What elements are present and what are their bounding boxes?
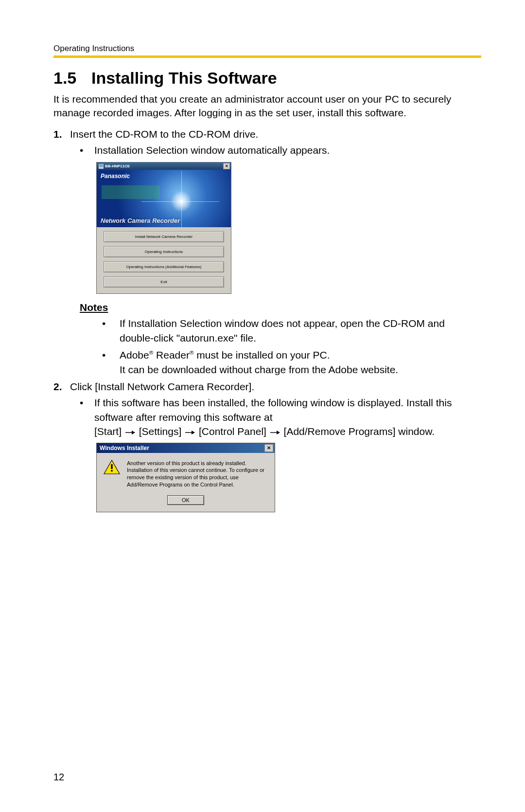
dialog-close-button[interactable]: ✕: [264, 444, 273, 452]
step-2: 2. Click [Install Network Camera Recorde…: [53, 379, 481, 394]
dialog-message: Another version of this product is alrea…: [127, 460, 268, 488]
step-2-text: Click [Install Network Camera Recorder].: [70, 379, 254, 394]
step-1-text: Insert the CD-ROM to the CD-ROM drive.: [70, 127, 258, 141]
svg-rect-9: [111, 464, 112, 469]
windows-installer-dialog: Windows Installer ✕ Another version of t…: [96, 443, 275, 512]
banner-title: Network Camera Recorder: [101, 217, 180, 224]
note-1: • If Installation Selection window does …: [102, 316, 481, 345]
manual-page: Operating Instructions 1.5Installing Thi…: [0, 0, 525, 812]
arrow-icon: [270, 424, 280, 438]
dialog-body: Another version of this product is alrea…: [97, 453, 275, 512]
note-1-text: If Installation Selection window does no…: [120, 316, 481, 345]
bullet-dot: •: [102, 348, 120, 377]
installer-banner: Panasonic Network Camera Recorder: [97, 170, 231, 227]
page-number: 12: [53, 772, 64, 783]
app-icon: [99, 164, 104, 169]
section-heading: 1.5Installing This Software: [53, 69, 481, 88]
dialog-titlebar: Windows Installer ✕: [97, 443, 275, 453]
step-2-marker: 2.: [53, 379, 70, 394]
installer-title: BB-HNP11CE: [105, 164, 130, 168]
section-number: 1.5: [53, 69, 91, 88]
installer-close-button[interactable]: ✕: [223, 163, 230, 169]
brand-logo: Panasonic: [101, 173, 130, 180]
dialog-title: Windows Installer: [100, 445, 149, 451]
op-instructions-button[interactable]: Operating Instructions: [104, 246, 224, 257]
op-instructions-add-button[interactable]: Operating Instructions (Additional Featu…: [104, 261, 224, 272]
step-1-sub-text: Installation Selection window automatica…: [94, 143, 330, 157]
step-2-sub: • If this software has been installed, t…: [80, 396, 481, 438]
installer-window: BB-HNP11CE ✕ Panasonic Network Camera Re…: [96, 162, 231, 294]
bullet-dot: •: [80, 396, 94, 438]
arrow-icon: [185, 424, 195, 438]
svg-rect-1: [99, 164, 103, 167]
exit-button[interactable]: Exit: [104, 276, 224, 288]
note-2-text: Adobe® Reader® must be installed on your…: [120, 348, 398, 377]
header-rule: [53, 55, 481, 58]
bullet-dot: •: [80, 143, 94, 157]
step-1-sub: • Installation Selection window automati…: [80, 143, 481, 157]
warning-icon: [104, 460, 120, 488]
installer-body: Install Network Camera Recorder Operatin…: [97, 227, 231, 293]
notes-heading: Notes: [80, 302, 481, 313]
dialog-ok-button[interactable]: OK: [167, 495, 204, 505]
step-1: 1. Insert the CD-ROM to the CD-ROM drive…: [53, 127, 481, 141]
intro-paragraph: It is recommended that you create an adm…: [53, 92, 481, 120]
svg-marker-3: [132, 431, 135, 434]
installer-titlebar: BB-HNP11CE ✕: [97, 162, 231, 170]
svg-marker-7: [277, 431, 280, 434]
bullet-dot: •: [102, 316, 120, 345]
step-1-marker: 1.: [53, 127, 70, 141]
svg-rect-10: [111, 470, 112, 471]
install-button[interactable]: Install Network Camera Recorder: [104, 231, 224, 242]
arrow-icon: [125, 424, 135, 438]
step-2-sub-text: If this software has been installed, the…: [94, 396, 481, 438]
svg-marker-5: [192, 431, 195, 434]
note-2: • Adobe® Reader® must be installed on yo…: [102, 348, 481, 377]
running-header: Operating Instructions: [53, 44, 481, 54]
section-title: Installing This Software: [91, 69, 277, 87]
